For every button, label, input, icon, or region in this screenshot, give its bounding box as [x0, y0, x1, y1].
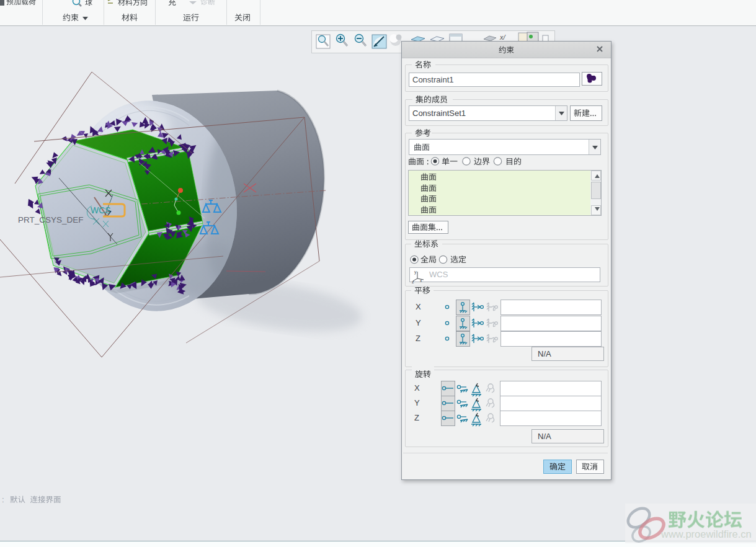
- svg-text:x/: x/: [499, 33, 506, 41]
- svg-text:PRT_CSYS_DEF: PRT_CSYS_DEF: [18, 215, 84, 225]
